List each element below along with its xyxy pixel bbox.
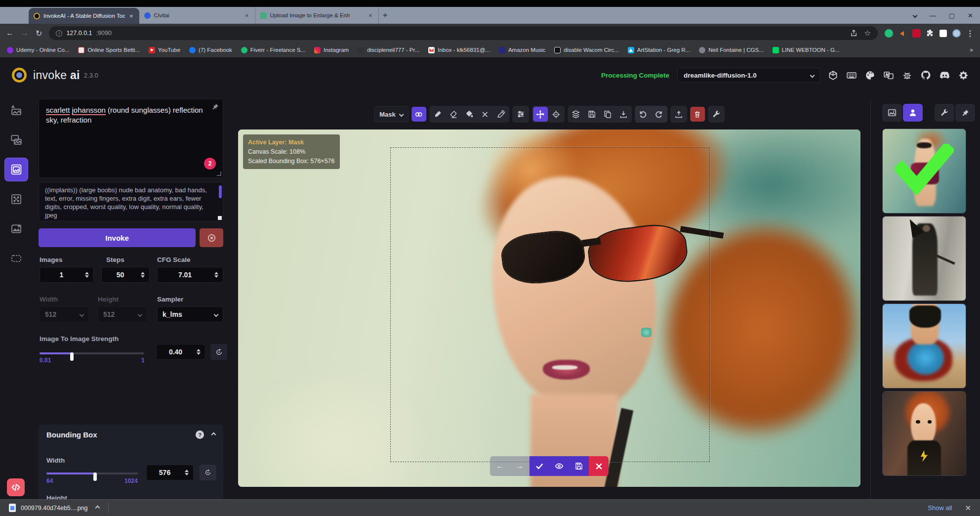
tab-civitai[interactable]: Civitai × bbox=[139, 7, 255, 24]
bookmark-item[interactable]: Online Sports Betti... bbox=[78, 47, 139, 53]
show-hide-image-button[interactable] bbox=[549, 456, 569, 476]
tab-close-icon[interactable]: × bbox=[128, 12, 134, 20]
bookmark-item[interactable]: Instagram bbox=[314, 47, 349, 53]
settings-gear-icon[interactable] bbox=[959, 71, 968, 80]
reader-extension-icon[interactable] bbox=[939, 30, 947, 37]
negative-prompt-scrollbar[interactable] bbox=[219, 185, 222, 198]
reload-icon[interactable]: ↻ bbox=[36, 29, 42, 38]
tab-close-icon[interactable]: × bbox=[368, 12, 373, 19]
puzzle-extensions-icon[interactable] bbox=[926, 29, 934, 37]
bookmark-item[interactable]: disable Wacom Circ... bbox=[554, 47, 618, 53]
report-bug-icon[interactable] bbox=[902, 71, 912, 80]
erase-bounding-box-button[interactable] bbox=[478, 107, 492, 122]
volume-extension-icon[interactable] bbox=[898, 29, 907, 38]
bookmark-item[interactable]: LINE WEBTOON - G... bbox=[773, 47, 840, 53]
tab-invokeai[interactable]: InvokeAI - A Stable Diffusion Too × bbox=[29, 8, 139, 24]
prompt-input[interactable]: scarlett johansson (round sunglasses) re… bbox=[39, 99, 223, 178]
prompt-resize-handle[interactable] bbox=[217, 172, 221, 176]
site-info-icon[interactable]: i bbox=[56, 30, 62, 37]
tab-close-icon[interactable]: × bbox=[244, 12, 250, 19]
gallery-thumbnail-selected[interactable] bbox=[882, 129, 966, 214]
gallery-images-toggle[interactable] bbox=[882, 104, 902, 122]
bbox-width-input[interactable]: 576 bbox=[146, 465, 194, 480]
bookmark-item[interactable]: YouTube bbox=[149, 47, 180, 53]
gallery-results-toggle[interactable] bbox=[903, 104, 923, 122]
mask-options-button[interactable] bbox=[411, 107, 426, 122]
address-field[interactable]: i 127.0.0.1 :9090 ☆ bbox=[49, 26, 878, 40]
download-item[interactable]: 000979.40d74eb5....png bbox=[9, 504, 99, 512]
strength-input[interactable]: 0.40 bbox=[156, 344, 205, 360]
previous-image-button[interactable]: ← bbox=[490, 456, 510, 476]
next-image-button[interactable]: → bbox=[510, 456, 530, 476]
color-picker-button[interactable] bbox=[493, 107, 508, 122]
gallery-divider[interactable] bbox=[870, 99, 871, 516]
bookmark-item[interactable]: Amazon Music bbox=[499, 47, 545, 53]
steps-input[interactable]: 50 bbox=[101, 267, 150, 283]
canvas-viewport[interactable]: Active Layer: Mask Canvas Scale: 108% Sc… bbox=[238, 129, 860, 487]
save-staged-image-button[interactable] bbox=[569, 456, 589, 476]
canvas-settings-button[interactable] bbox=[709, 107, 724, 122]
slider-handle[interactable] bbox=[70, 352, 74, 361]
negative-prompt-input[interactable]: ((implants)) (large boobs) nude bad anat… bbox=[39, 182, 223, 221]
tab-nodes[interactable] bbox=[5, 188, 28, 211]
tab-search-icon[interactable] bbox=[912, 13, 917, 18]
clear-canvas-button[interactable] bbox=[690, 107, 705, 122]
minimize-button[interactable]: — bbox=[930, 12, 936, 19]
layer-select[interactable]: Mask bbox=[374, 106, 408, 122]
hotkeys-keyboard-icon[interactable] bbox=[847, 71, 857, 80]
brush-tool-button[interactable] bbox=[430, 107, 445, 122]
bookmarks-overflow-icon[interactable]: » bbox=[970, 46, 973, 53]
discord-icon[interactable] bbox=[939, 71, 950, 80]
redo-button[interactable] bbox=[652, 107, 666, 122]
bookmark-star-icon[interactable]: ☆ bbox=[864, 29, 871, 38]
cancel-button[interactable] bbox=[200, 228, 223, 247]
tab-text-to-image[interactable] bbox=[5, 99, 28, 122]
github-icon[interactable] bbox=[921, 70, 931, 80]
stepper-icons[interactable] bbox=[83, 272, 91, 278]
invoke-button[interactable]: Invoke bbox=[39, 228, 196, 247]
fill-bounding-box-button[interactable] bbox=[462, 107, 477, 122]
stepper-icons[interactable] bbox=[139, 272, 147, 278]
bookmark-item[interactable]: Inbox - klk56831@... bbox=[428, 47, 490, 53]
adblock-extension-icon[interactable] bbox=[912, 29, 921, 38]
tab-image-to-image[interactable] bbox=[5, 129, 28, 151]
bookmark-item[interactable]: Udemy - Online Co... bbox=[7, 47, 69, 53]
bookmark-item[interactable]: (7) Facebook bbox=[189, 47, 232, 53]
maximize-button[interactable]: ▢ bbox=[949, 12, 955, 19]
discard-image-button[interactable] bbox=[589, 456, 609, 476]
profile-avatar[interactable] bbox=[952, 29, 961, 38]
tab-upload-image[interactable]: Upload Image to Enlarge & Enh × bbox=[255, 7, 379, 24]
accept-image-button[interactable] bbox=[530, 456, 549, 476]
bookmark-item[interactable]: Fiverr - Freelance S... bbox=[241, 47, 305, 53]
brush-options-button[interactable] bbox=[513, 107, 528, 122]
strength-reset-button[interactable] bbox=[210, 344, 227, 360]
copy-to-clipboard-button[interactable] bbox=[600, 107, 615, 122]
eraser-tool-button[interactable] bbox=[446, 107, 461, 122]
sampler-select[interactable]: k_lms bbox=[157, 306, 223, 322]
width-select[interactable]: 512 bbox=[40, 306, 89, 322]
negative-resize-handle[interactable] bbox=[218, 216, 222, 220]
tab-unified-canvas[interactable] bbox=[5, 158, 28, 181]
bookmark-item[interactable]: discipleneil777 - Pr... bbox=[358, 47, 419, 53]
share-icon[interactable] bbox=[850, 30, 858, 37]
height-select[interactable]: 512 bbox=[98, 306, 147, 322]
merge-visible-button[interactable] bbox=[569, 107, 583, 122]
show-all-link[interactable]: Show all bbox=[928, 504, 952, 512]
gallery-thumbnail[interactable] bbox=[882, 303, 966, 388]
model-select[interactable]: dreamlike-diffusion-1.0 bbox=[677, 68, 820, 83]
bbox-width-reset-button[interactable] bbox=[200, 465, 216, 480]
model-manager-icon[interactable] bbox=[828, 71, 838, 80]
language-icon[interactable] bbox=[884, 71, 894, 80]
back-icon[interactable]: ← bbox=[6, 29, 14, 38]
upload-image-button[interactable] bbox=[671, 107, 686, 122]
save-to-gallery-button[interactable] bbox=[584, 107, 599, 122]
pin-options-icon[interactable] bbox=[212, 103, 219, 110]
images-input[interactable]: 1 bbox=[40, 267, 94, 283]
download-menu-icon[interactable] bbox=[95, 506, 100, 511]
new-tab-button[interactable]: + bbox=[379, 7, 392, 24]
gallery-thumbnail[interactable] bbox=[882, 391, 966, 476]
slider-handle[interactable] bbox=[93, 473, 97, 481]
chrome-menu-icon[interactable]: ⋮ bbox=[966, 29, 974, 38]
forward-icon[interactable]: → bbox=[21, 29, 29, 38]
bounding-box-region[interactable] bbox=[390, 147, 710, 462]
